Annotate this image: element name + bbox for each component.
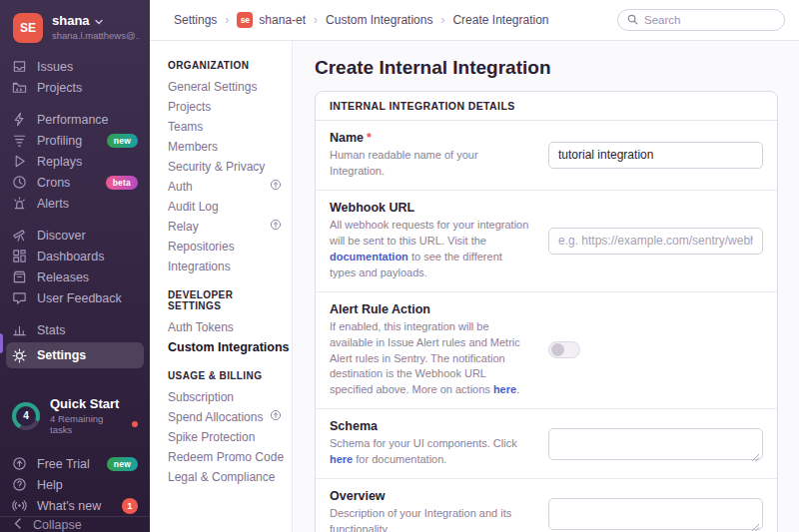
user-email: shana.l.matthews@… — [52, 30, 140, 41]
sidebar-item-label: Stats — [37, 323, 66, 337]
org-avatar: se — [237, 12, 253, 28]
toggle-knob — [551, 343, 564, 356]
notification-dot — [132, 421, 138, 427]
here-link[interactable]: here — [493, 383, 516, 395]
settings-gear-icon — [12, 348, 27, 363]
sidebar-item-alerts[interactable]: Alerts — [0, 193, 150, 214]
upsell-icon — [270, 407, 282, 427]
sidebar-item-profiling[interactable]: Profiling new — [0, 130, 150, 151]
overview-field-row: Overview Description of your Integration… — [316, 479, 777, 532]
beta-badge: beta — [106, 176, 138, 190]
sidebar-collapse-button[interactable]: Collapse — [0, 516, 150, 532]
nav-item-spend-allocations[interactable]: Spend Allocations — [168, 407, 282, 427]
replays-icon — [12, 154, 27, 169]
name-help: Human readable name of your Integration. — [330, 148, 530, 180]
quick-start-subtitle: 4 Remaining tasks — [50, 413, 127, 435]
nav-item-legal-compliance[interactable]: Legal & Compliance — [168, 467, 282, 487]
alert-rule-action-toggle[interactable] — [548, 341, 580, 358]
quick-start-title: Quick Start — [50, 396, 138, 411]
user-avatar[interactable]: SE — [13, 13, 43, 43]
sidebar-item-label: Profiling — [37, 134, 82, 148]
nav-item-redeem-promo-code[interactable]: Redeem Promo Code — [168, 447, 282, 467]
here-link[interactable]: here — [330, 453, 353, 465]
sidebar-item-label: What's new — [37, 499, 101, 513]
nav-item-spike-protection[interactable]: Spike Protection — [168, 427, 282, 447]
sidebar-item-dashboards[interactable]: Dashboards — [0, 246, 150, 266]
sidebar-item-replays[interactable]: Replays — [0, 151, 150, 172]
nav-item-projects[interactable]: Projects — [168, 97, 282, 117]
sidebar-item-projects[interactable]: Projects — [0, 77, 150, 98]
sidebar-item-stats[interactable]: Stats — [0, 319, 150, 340]
global-search[interactable] — [617, 9, 785, 31]
quick-start[interactable]: 4 Quick Start 4 Remaining tasks — [0, 396, 150, 435]
breadcrumb-create-integration: Create Integration — [452, 13, 548, 27]
search-icon — [627, 11, 638, 29]
sidebar-item-label: Settings — [37, 348, 86, 362]
breadcrumb-separator: › — [225, 13, 229, 27]
overview-label: Overview — [330, 489, 530, 503]
schema-label: Schema — [330, 419, 530, 433]
chevron-down-icon — [95, 13, 103, 28]
name-label: Name* — [330, 131, 530, 145]
breadcrumb-settings[interactable]: Settings — [174, 13, 217, 27]
sidebar-item-performance[interactable]: Performance — [0, 109, 150, 130]
upgrade-arrow-icon — [12, 456, 27, 471]
resize-handle-icon[interactable] — [751, 518, 760, 527]
name-input[interactable] — [548, 142, 763, 169]
overview-textarea[interactable] — [548, 498, 763, 530]
broadcast-icon — [12, 498, 27, 513]
sidebar-item-label: Alerts — [37, 197, 69, 211]
sidebar-item-whats-new[interactable]: What's new 1 — [0, 495, 150, 516]
sidebar-item-label: Issues — [37, 60, 73, 74]
nav-item-audit-log[interactable]: Audit Log — [168, 197, 282, 217]
sidebar-item-label: User Feedback — [37, 291, 122, 305]
documentation-link[interactable]: documentation — [330, 251, 408, 263]
nav-item-subscription[interactable]: Subscription — [168, 387, 282, 407]
nav-item-custom-integrations[interactable]: Custom Integrations — [168, 337, 282, 357]
nav-item-relay[interactable]: Relay — [168, 217, 282, 237]
nav-item-general-settings[interactable]: General Settings — [168, 77, 282, 97]
required-asterisk: * — [367, 131, 372, 145]
schema-textarea[interactable] — [548, 428, 763, 460]
sidebar-item-label: Free Trial — [37, 457, 90, 471]
nav-item-teams[interactable]: Teams — [168, 117, 282, 137]
sidebar-item-label: Releases — [37, 270, 89, 284]
sidebar-item-label: Projects — [37, 81, 82, 95]
quick-start-progress-ring: 4 — [12, 402, 40, 430]
sidebar-item-label: Dashboards — [37, 250, 104, 264]
topbar: Settings › se shana-et › Custom Integrat… — [150, 0, 799, 41]
alert-rule-action-help: If enabled, this integration will be ava… — [330, 319, 530, 399]
webhook-url-input[interactable] — [548, 228, 763, 255]
name-field-row: Name* Human readable name of your Integr… — [316, 121, 777, 191]
sidebar-item-help[interactable]: Help — [0, 474, 150, 495]
sidebar-item-label: Performance — [37, 113, 109, 127]
sidebar-item-label: Discover — [37, 229, 86, 243]
resize-handle-icon[interactable] — [751, 448, 760, 457]
nav-item-members[interactable]: Members — [168, 137, 282, 157]
stats-icon — [12, 322, 27, 337]
sidebar-item-crons[interactable]: Crons beta — [0, 172, 150, 193]
search-input[interactable] — [644, 14, 775, 26]
upsell-icon — [270, 217, 282, 237]
sidebar-item-settings[interactable]: Settings — [6, 342, 144, 368]
breadcrumb-org[interactable]: se shana-et — [237, 12, 306, 28]
internal-integration-details-panel: INTERNAL INTEGRATION DETAILS Name* Human… — [315, 91, 778, 532]
nav-item-auth-tokens[interactable]: Auth Tokens — [168, 317, 282, 337]
sidebar-item-label: Crons — [37, 176, 70, 190]
nav-item-integrations[interactable]: Integrations — [168, 257, 282, 276]
sidebar-item-issues[interactable]: Issues — [0, 56, 150, 77]
nav-item-repositories[interactable]: Repositories — [168, 237, 282, 257]
alerts-icon — [12, 196, 27, 211]
user-menu[interactable]: SE shana shana.l.matthews@… — [0, 0, 150, 43]
breadcrumb-separator: › — [440, 13, 444, 27]
sidebar-item-free-trial[interactable]: Free Trial new — [0, 453, 150, 474]
sidebar-item-discover[interactable]: Discover — [0, 225, 150, 246]
new-badge: new — [107, 134, 138, 148]
breadcrumb-custom-integrations[interactable]: Custom Integrations — [326, 13, 432, 27]
nav-item-security-privacy[interactable]: Security & Privacy — [168, 157, 282, 177]
nav-item-auth[interactable]: Auth — [168, 177, 282, 197]
breadcrumb: Settings › se shana-et › Custom Integrat… — [174, 12, 549, 28]
sidebar-item-user-feedback[interactable]: User Feedback — [0, 287, 150, 308]
collapse-label: Collapse — [33, 518, 82, 532]
sidebar-item-releases[interactable]: Releases — [0, 266, 150, 287]
